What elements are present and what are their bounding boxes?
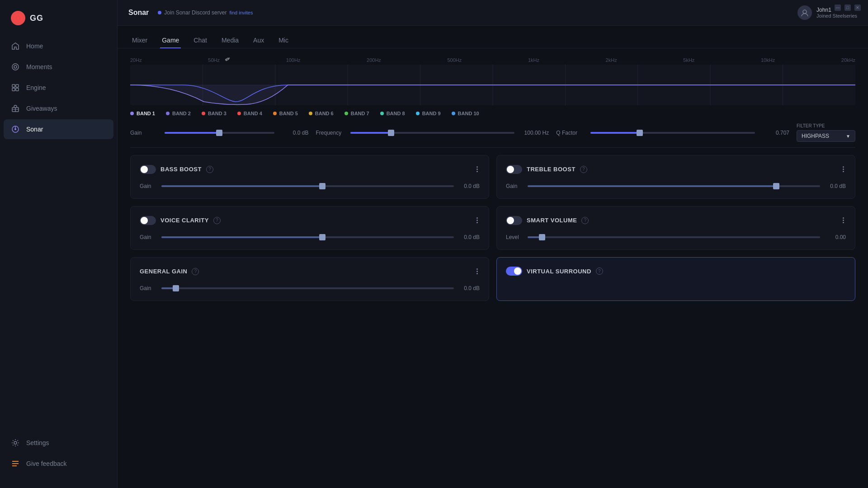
app-title: GG (30, 14, 43, 23)
tab-chat[interactable]: Chat (192, 33, 209, 48)
general-gain-help-icon[interactable]: ? (192, 268, 199, 275)
voice-clarity-help-icon[interactable]: ? (213, 217, 221, 224)
freq-label-20khz: 20kHz (841, 57, 855, 63)
smart-volume-help-icon[interactable]: ? (581, 217, 589, 224)
treble-boost-gain-slider[interactable] (528, 185, 820, 187)
sidebar-item-giveaways[interactable]: Giveaways (4, 99, 113, 118)
svg-point-3 (14, 66, 17, 68)
band6-dot-icon (309, 112, 312, 115)
tabs: Mixer Game Chat Media Aux Mic (118, 26, 868, 48)
smart-volume-title: SMART VOLUME (527, 217, 577, 224)
bass-boost-gain-slider[interactable] (161, 185, 454, 187)
voice-clarity-gain-label: Gain (140, 234, 156, 240)
band-label-3[interactable]: BAND 3 (202, 111, 226, 116)
home-icon (11, 42, 20, 51)
treble-boost-title: TREBLE BOOST (527, 166, 576, 173)
sidebar-item-moments-label: Moments (26, 63, 52, 70)
voice-clarity-header: VOICE CLARITY ? (140, 216, 480, 225)
engine-icon (11, 83, 20, 92)
voice-clarity-gain-slider[interactable] (161, 236, 454, 238)
eq-q-slider[interactable] (590, 132, 755, 134)
app-logo: GG (0, 7, 117, 36)
filter-type-select[interactable]: HIGHPASS ▼ (797, 130, 855, 142)
band-label-7[interactable]: BAND 7 (344, 111, 369, 116)
tab-mic[interactable]: Mic (277, 33, 290, 48)
band4-dot-icon (237, 112, 241, 115)
treble-boost-toggle[interactable] (506, 165, 522, 174)
smart-volume-toggle-knob (507, 217, 514, 224)
voice-clarity-gain-value: 0.0 dB (459, 234, 480, 240)
discord-link[interactable]: Join Sonar Discord server find invites (158, 9, 253, 16)
sidebar-item-feedback[interactable]: Give feedback (4, 454, 113, 474)
bass-boost-help-icon[interactable]: ? (206, 166, 213, 173)
band-label-10[interactable]: BAND 10 (452, 111, 479, 116)
effect-card-treble-boost: TREBLE BOOST ? Gain (496, 155, 855, 199)
band-label-1[interactable]: BAND 1 (130, 111, 155, 116)
smart-volume-level-slider[interactable] (528, 236, 820, 238)
chevron-down-icon: ▼ (846, 134, 850, 139)
sonar-icon (11, 125, 20, 134)
maximize-button[interactable]: □ (844, 5, 851, 11)
main-content: — □ ✕ Sonar Join Sonar Discord server fi… (118, 0, 868, 488)
band9-dot-icon (416, 112, 420, 115)
filter-type-value: HIGHPASS (802, 133, 829, 139)
band-label-9[interactable]: BAND 9 (416, 111, 441, 116)
bass-boost-more-icon[interactable] (475, 164, 480, 174)
voice-clarity-more-icon[interactable] (475, 216, 480, 225)
general-gain-header: GENERAL GAIN ? (140, 267, 480, 276)
band10-label-text: BAND 10 (458, 111, 479, 116)
band-label-2[interactable]: BAND 2 (166, 111, 191, 116)
band10-dot-icon (452, 112, 455, 115)
voice-clarity-toggle-knob (141, 217, 148, 224)
sidebar-item-home[interactable]: Home (4, 36, 113, 56)
tab-game[interactable]: Game (160, 33, 181, 48)
close-button[interactable]: ✕ (854, 5, 861, 11)
band-label-8[interactable]: BAND 8 (380, 111, 405, 116)
general-gain-label: Gain (140, 285, 156, 291)
svg-point-17 (803, 10, 807, 14)
freq-label-5khz: 5kHz (683, 57, 694, 63)
tab-media[interactable]: Media (220, 33, 241, 48)
tab-mixer[interactable]: Mixer (130, 33, 149, 48)
treble-boost-help-icon[interactable]: ? (580, 166, 587, 173)
sidebar-item-moments[interactable]: Moments (4, 57, 113, 77)
svg-point-2 (12, 64, 19, 70)
treble-boost-gain-label: Gain (506, 183, 522, 189)
freq-labels: 20Hz 50Hz 100Hz 200Hz 500Hz 1kHz 2kHz 5k… (130, 57, 855, 65)
virtual-surround-toggle[interactable] (506, 267, 522, 276)
user-sub: Joined Steelseries (816, 13, 857, 19)
topbar: Sonar Join Sonar Discord server find inv… (118, 0, 868, 26)
band-labels: BAND 1 BAND 2 BAND 3 BAND 4 BAND 5 (130, 107, 855, 120)
band-label-6[interactable]: BAND 6 (309, 111, 334, 116)
eq-freq-slider[interactable] (350, 132, 515, 134)
band-label-4[interactable]: BAND 4 (237, 111, 262, 116)
svg-rect-7 (16, 88, 19, 91)
general-gain-slider[interactable] (161, 287, 454, 289)
eq-gain-slider[interactable] (165, 132, 274, 134)
sidebar-item-engine[interactable]: Engine (4, 78, 113, 98)
smart-volume-header: SMART VOLUME ? (506, 216, 846, 225)
treble-boost-more-icon[interactable] (841, 164, 846, 174)
discord-dot-icon (158, 11, 161, 14)
sidebar-item-sonar[interactable]: Sonar (4, 119, 113, 139)
virtual-surround-help-icon[interactable]: ? (596, 267, 603, 275)
band7-label-text: BAND 7 (351, 111, 369, 116)
sidebar-item-giveaways-label: Giveaways (26, 105, 57, 112)
freq-label-100hz: 100Hz (286, 57, 301, 63)
smart-volume-toggle[interactable] (506, 216, 522, 225)
giveaways-icon (11, 104, 20, 113)
effect-card-bass-boost: BASS BOOST ? Gain (130, 155, 489, 199)
sidebar-item-settings[interactable]: Settings (4, 433, 113, 453)
sidebar-item-settings-label: Settings (26, 439, 49, 446)
voice-clarity-toggle[interactable] (140, 216, 156, 225)
freq-label-10khz: 10kHz (761, 57, 775, 63)
bass-boost-toggle[interactable] (140, 165, 156, 174)
general-gain-more-icon[interactable] (475, 267, 480, 276)
sidebar-bottom: Settings Give feedback (0, 433, 117, 481)
tab-aux[interactable]: Aux (251, 33, 266, 48)
smart-volume-more-icon[interactable] (841, 216, 846, 225)
avatar (797, 5, 812, 20)
minimize-button[interactable]: — (835, 5, 841, 11)
band-label-5[interactable]: BAND 5 (273, 111, 298, 116)
bass-boost-title-row: BASS BOOST ? (140, 165, 213, 174)
